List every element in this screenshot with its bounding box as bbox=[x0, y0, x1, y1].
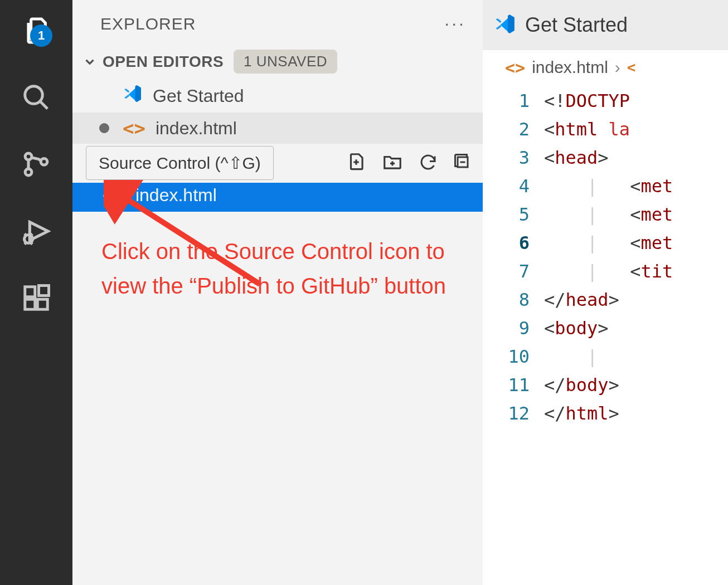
svg-rect-7 bbox=[37, 299, 47, 309]
source-control-activity[interactable] bbox=[17, 145, 56, 184]
editor-tab[interactable]: Get Started bbox=[525, 13, 628, 37]
html-element-icon: < bbox=[627, 59, 636, 76]
debug-icon bbox=[21, 216, 52, 247]
html-file-icon: <> bbox=[123, 117, 145, 139]
activity-bar: 1 bbox=[0, 0, 72, 585]
extensions-icon bbox=[21, 283, 51, 313]
refresh-icon[interactable] bbox=[418, 152, 438, 174]
open-editors-label: OPEN EDITORS bbox=[103, 53, 224, 71]
folder-section-header[interactable]: Source Control (^⇧G) bbox=[72, 144, 483, 183]
annotation-text: Click on the Source Control icon to view… bbox=[72, 212, 483, 303]
code-editor[interactable]: 123456789101112 <!DOCTYP<html la<head> |… bbox=[483, 85, 728, 428]
unsaved-dot-icon bbox=[99, 123, 109, 133]
svg-rect-6 bbox=[25, 299, 35, 309]
breadcrumb-separator: › bbox=[615, 58, 620, 77]
explorer-title: EXPLORER bbox=[100, 14, 196, 33]
explorer-badge: 1 bbox=[30, 25, 52, 47]
svg-point-2 bbox=[25, 169, 32, 176]
source-control-icon bbox=[21, 149, 52, 180]
html-file-icon: <> bbox=[505, 58, 525, 77]
explorer-sidebar: EXPLORER ··· OPEN EDITORS 1 UNSAVED Get … bbox=[72, 0, 483, 585]
chevron-down-icon bbox=[82, 55, 97, 69]
line-gutter: 123456789101112 bbox=[483, 85, 544, 428]
source-control-tooltip: Source Control (^⇧G) bbox=[86, 146, 274, 180]
open-editor-index-html[interactable]: <> index.html bbox=[72, 113, 483, 144]
explorer-header: EXPLORER ··· bbox=[72, 0, 483, 44]
svg-point-1 bbox=[25, 153, 32, 160]
breadcrumb[interactable]: <> index.html › < bbox=[483, 50, 728, 85]
svg-rect-5 bbox=[25, 287, 35, 297]
svg-point-3 bbox=[41, 159, 47, 165]
breadcrumb-file: index.html bbox=[532, 58, 608, 77]
collapse-all-icon[interactable] bbox=[453, 152, 473, 174]
editor-pane: Get Started <> index.html › < 1234567891… bbox=[483, 0, 728, 585]
vscode-icon bbox=[494, 13, 516, 37]
new-file-icon[interactable] bbox=[346, 152, 367, 175]
code-content[interactable]: <!DOCTYP<html la<head> | <met | <met | <… bbox=[544, 85, 728, 428]
open-editor-label: index.html bbox=[156, 118, 237, 139]
svg-rect-8 bbox=[39, 286, 49, 296]
unsaved-badge: 1 UNSAVED bbox=[234, 50, 337, 74]
html-file-icon: <> bbox=[103, 184, 125, 206]
file-tree-item-selected[interactable]: <> index.html bbox=[72, 181, 483, 212]
extensions-activity[interactable] bbox=[17, 279, 56, 318]
editor-tab-bar: Get Started bbox=[483, 0, 728, 50]
search-icon bbox=[21, 82, 51, 113]
search-activity[interactable] bbox=[17, 78, 56, 117]
open-editors-section[interactable]: OPEN EDITORS 1 UNSAVED bbox=[72, 44, 483, 79]
svg-point-0 bbox=[25, 86, 43, 104]
open-editor-label: Get Started bbox=[153, 86, 244, 106]
explorer-activity[interactable]: 1 bbox=[17, 11, 56, 50]
open-editor-get-started[interactable]: Get Started bbox=[72, 79, 483, 113]
vscode-icon bbox=[123, 84, 143, 108]
more-actions-icon[interactable]: ··· bbox=[444, 13, 466, 34]
file-name: index.html bbox=[135, 185, 217, 206]
run-debug-activity[interactable] bbox=[17, 212, 56, 251]
new-folder-icon[interactable] bbox=[381, 152, 404, 175]
